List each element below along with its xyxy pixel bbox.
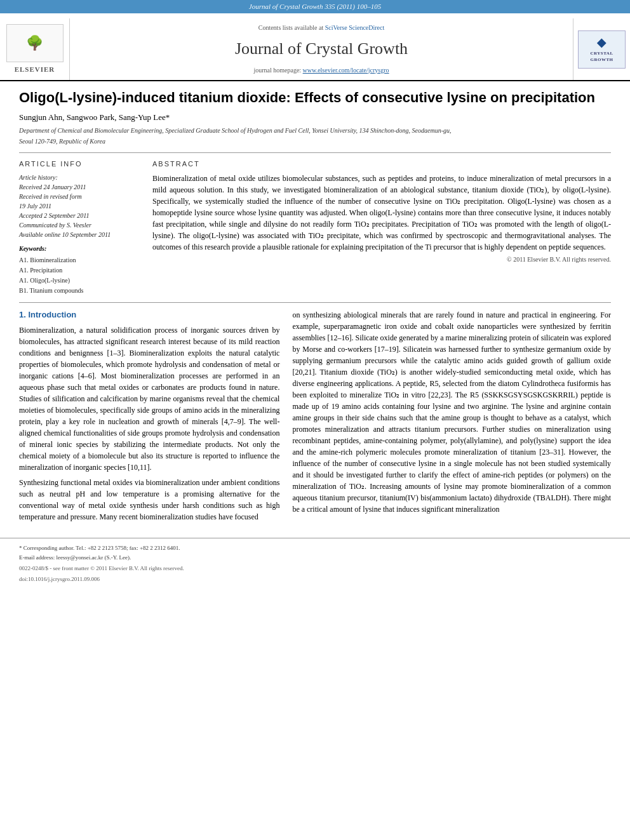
received-revised-label: Received in revised form (19, 192, 140, 201)
info-abstract-section: ARTICLE INFO Article history: Received 2… (19, 159, 611, 296)
crystal-growth-badge: ◆ CRYSTALGROWTH (578, 30, 626, 69)
homepage-link[interactable]: www.elsevier.com/locate/jcrysgro (303, 67, 389, 74)
email-note: E-mail address: leessy@yonsei.ac.kr (S.-… (19, 553, 611, 562)
footer-area: * Corresponding author. Tel.: +82 2 2123… (0, 538, 630, 586)
crystal-growth-badge-area: ◆ CRYSTALGROWTH (573, 18, 630, 79)
journal-title: Journal of Crystal Growth (235, 37, 408, 60)
journal-bar: Journal of Crystal Growth 335 (2011) 100… (0, 0, 630, 13)
keywords-heading: Keywords: (19, 244, 140, 253)
article-info-column: ARTICLE INFO Article history: Received 2… (19, 159, 140, 296)
intro-paragraph-2: Synthesizing functional metal oxides via… (19, 477, 279, 523)
elsevier-tree-icon: 🌳 (26, 36, 43, 50)
body-content: 1. Introduction Biomineralization, a nat… (0, 303, 630, 533)
section-name: Introduction (28, 310, 76, 319)
crystal-icon: ◆ (597, 35, 607, 51)
affiliation-line2: Seoul 120-749, Republic of Korea (19, 137, 611, 146)
homepage-label: journal homepage: (253, 67, 301, 74)
received-revised-date: 19 July 2011 (19, 201, 140, 211)
copyright-line: © 2011 Elsevier B.V. All rights reserved… (152, 255, 611, 264)
body-left-col: 1. Introduction Biomineralization, a nat… (19, 309, 279, 526)
keyword-1: A1. Biomineralization (19, 255, 140, 265)
journal-homepage: journal homepage: www.elsevier.com/locat… (253, 66, 389, 75)
body-two-col: 1. Introduction Biomineralization, a nat… (19, 309, 611, 526)
page-header: 🌳 ELSEVIER Contents lists available at S… (0, 13, 630, 81)
article-title: Oligo(L-lysine)-induced titanium dioxide… (19, 89, 611, 107)
abstract-text: Biomineralization of metal oxide utilize… (152, 173, 611, 253)
body-right-col: on synthesizing abiological minerals tha… (292, 309, 611, 526)
keyword-3: A1. Oligo(L-lysine) (19, 276, 140, 286)
keyword-2: A1. Precipitation (19, 265, 140, 276)
corresponding-note: * Corresponding author. Tel.: +82 2 2123… (19, 543, 611, 552)
history-heading: Article history: (19, 173, 140, 182)
keyword-4: B1. Titanium compounds (19, 286, 140, 296)
elsevier-logo: 🌳 (6, 24, 64, 62)
article-history: Article history: Received 24 January 201… (19, 173, 140, 239)
intro-paragraph-right-1: on synthesizing abiological minerals tha… (292, 309, 611, 515)
received-date: Received 24 January 2011 (19, 182, 140, 192)
issn-line: 0022-0248/$ - see front matter © 2011 El… (19, 564, 611, 573)
elsevier-wordmark: ELSEVIER (15, 65, 55, 74)
article-info-heading: ARTICLE INFO (19, 159, 140, 169)
doi-line: doi:10.1016/j.jcrysgro.2011.09.006 (19, 575, 611, 583)
accepted-date: Accepted 2 September 2011 (19, 211, 140, 220)
abstract-heading: ABSTRACT (152, 159, 611, 169)
main-content: Oligo(L-lysine)-induced titanium dioxide… (0, 81, 630, 302)
abstract-column: ABSTRACT Biomineralization of metal oxid… (152, 159, 611, 296)
elsevier-logo-area: 🌳 ELSEVIER (0, 18, 70, 79)
contents-line: Contents lists available at SciVerse Sci… (258, 23, 385, 32)
sciverse-link[interactable]: SciVerse ScienceDirect (325, 24, 385, 31)
journal-header-center: Contents lists available at SciVerse Sci… (70, 18, 573, 79)
section-title: 1. Introduction (19, 309, 279, 321)
intro-paragraph-1: Biomineralization, a natural solidificat… (19, 324, 279, 473)
separator (19, 152, 611, 153)
affiliation-line1: Department of Chemical and Biomolecular … (19, 126, 611, 135)
keywords-section: Keywords: A1. Biomineralization A1. Prec… (19, 244, 140, 296)
available-online: Available online 10 September 2011 (19, 230, 140, 239)
authors: Sungjun Ahn, Sangwoo Park, Sang-Yup Lee* (19, 112, 611, 123)
communicated-by: Communicated by S. Veesler (19, 220, 140, 230)
author-names: Sungjun Ahn, Sangwoo Park, Sang-Yup Lee* (19, 112, 170, 122)
section-number: 1. (19, 310, 26, 319)
badge-text: CRYSTALGROWTH (590, 51, 613, 63)
